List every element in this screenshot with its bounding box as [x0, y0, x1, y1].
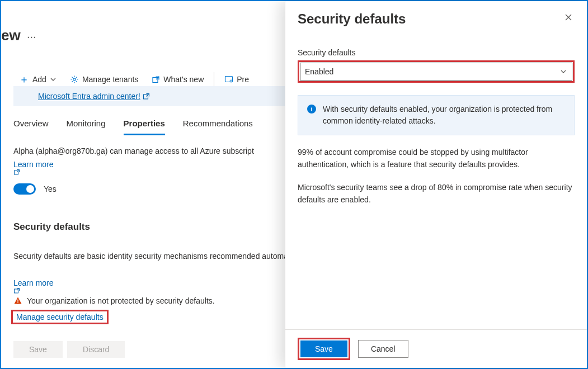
page-footer: Save Discard: [13, 341, 125, 358]
highlight-box: Save: [298, 338, 350, 360]
sd-learn-more-link[interactable]: Learn more: [13, 278, 56, 294]
warning-text: Your organization is not protected by se…: [27, 296, 215, 305]
divider: [214, 72, 214, 87]
highlight-box: Enabled: [298, 60, 575, 83]
plus-icon: ＋: [19, 74, 29, 84]
page-save-button[interactable]: Save: [13, 341, 63, 358]
panel-title: Security defaults: [298, 11, 406, 27]
security-defaults-select[interactable]: Enabled: [300, 63, 572, 81]
warning-icon: [13, 296, 22, 305]
info-text: With security defaults enabled, your org…: [323, 103, 565, 127]
manage-tenants-button[interactable]: Manage tenants: [64, 73, 144, 86]
add-button[interactable]: ＋ Add: [13, 72, 62, 87]
close-icon: [565, 13, 572, 21]
svg-rect-8: [17, 302, 18, 303]
info-callout: i With security defaults enabled, your o…: [298, 95, 575, 135]
highlight-box: Manage security defaults: [11, 310, 109, 324]
admin-center-link[interactable]: Microsoft Entra admin center!: [38, 92, 140, 101]
external-link-icon: [152, 75, 160, 84]
security-defaults-heading: Security defaults: [13, 221, 90, 233]
panel-close-button[interactable]: [562, 11, 575, 23]
preview-icon: [224, 75, 233, 83]
security-defaults-panel: Security defaults Security defaults Enab…: [285, 1, 587, 368]
sd-field-label: Security defaults: [298, 48, 575, 57]
tab-monitoring[interactable]: Monitoring: [67, 115, 106, 135]
add-button-label: Add: [32, 75, 46, 84]
tab-properties[interactable]: Properties: [124, 115, 165, 135]
svg-point-0: [73, 78, 76, 81]
more-menu-button[interactable]: ···: [27, 30, 36, 43]
panel-p1: 99% of account compromise could be stopp…: [298, 146, 575, 171]
svg-rect-7: [17, 300, 18, 302]
chevron-down-icon: [559, 68, 567, 75]
info-icon: i: [307, 105, 316, 113]
access-mgmt-toggle[interactable]: [13, 183, 36, 195]
external-link-icon: [13, 287, 56, 294]
chevron-down-icon: [50, 76, 57, 83]
preview-label: Pre: [237, 75, 249, 84]
page-discard-button[interactable]: Discard: [67, 341, 125, 358]
preview-button[interactable]: Pre: [219, 73, 255, 86]
panel-save-button[interactable]: Save: [300, 340, 347, 357]
external-link-icon: [13, 169, 56, 176]
external-link-icon: [143, 93, 150, 100]
select-value: Enabled: [305, 67, 333, 76]
toggle-label: Yes: [44, 184, 57, 193]
panel-p2: Microsoft's security teams see a drop of…: [298, 182, 575, 206]
whats-new-button[interactable]: What's new: [146, 73, 209, 86]
manage-tenants-label: Manage tenants: [82, 75, 138, 84]
learn-more-link[interactable]: Learn more: [13, 160, 56, 176]
panel-cancel-button[interactable]: Cancel: [358, 340, 408, 358]
page-title: ew: [1, 27, 21, 44]
manage-security-defaults-link[interactable]: Manage security defaults: [16, 313, 104, 321]
tab-recommendations[interactable]: Recommendations: [183, 115, 253, 135]
whats-new-label: What's new: [163, 75, 204, 84]
tab-overview[interactable]: Overview: [13, 115, 49, 135]
gear-icon: [70, 75, 79, 84]
svg-rect-2: [225, 77, 233, 82]
tab-bar: Overview Monitoring Properties Recommend…: [13, 115, 253, 135]
